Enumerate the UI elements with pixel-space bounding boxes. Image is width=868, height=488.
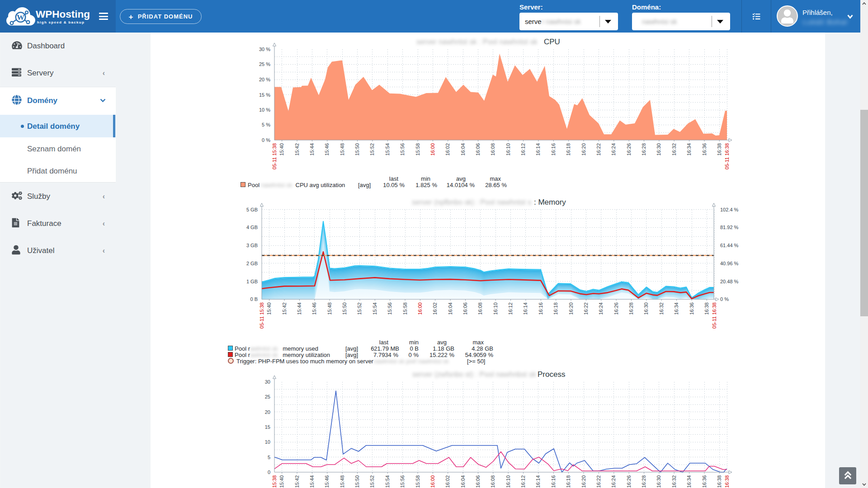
svg-text:16:36: 16:36 (702, 475, 707, 488)
svg-text:30: 30 (265, 379, 270, 385)
svg-text:25: 25 (265, 394, 270, 399)
svg-text:16:30: 16:30 (656, 475, 661, 488)
svg-text:16:04: 16:04 (460, 475, 466, 488)
svg-text:15:50: 15:50 (354, 475, 360, 488)
svg-text:16:20: 16:20 (581, 475, 586, 488)
svg-text:16:38: 16:38 (717, 475, 722, 488)
svg-text:15:42: 15:42 (294, 475, 300, 488)
svg-text:16:02: 16:02 (445, 475, 450, 488)
svg-text:16:24: 16:24 (611, 475, 616, 488)
svg-text:16:28: 16:28 (641, 475, 646, 488)
svg-text:16:32: 16:32 (671, 475, 677, 488)
svg-text:16:26: 16:26 (626, 475, 632, 488)
svg-text:15:46: 15:46 (324, 475, 330, 488)
svg-text:10: 10 (265, 439, 270, 445)
svg-text:0: 0 (268, 469, 270, 475)
svg-text:15:48: 15:48 (340, 475, 345, 488)
svg-text:20: 20 (265, 409, 270, 415)
svg-text:16:16: 16:16 (551, 475, 556, 488)
svg-text:15:58: 15:58 (415, 475, 420, 488)
svg-text:16:34: 16:34 (686, 475, 692, 488)
svg-text:15:56: 15:56 (400, 475, 405, 488)
svg-text:16:06: 16:06 (475, 475, 481, 488)
svg-text:16:18: 16:18 (566, 475, 571, 488)
svg-text:16:14: 16:14 (535, 475, 541, 488)
svg-text:15:44: 15:44 (309, 475, 315, 488)
svg-text:15:52: 15:52 (369, 475, 375, 488)
svg-text:16:08: 16:08 (490, 475, 495, 488)
svg-text:16:12: 16:12 (520, 475, 526, 488)
svg-text:16:00: 16:00 (430, 475, 435, 488)
svg-text:15:40: 15:40 (279, 475, 284, 488)
svg-text:15:54: 15:54 (385, 475, 390, 488)
svg-text:16:22: 16:22 (596, 475, 601, 488)
svg-text:05-11 15:38: 05-11 15:38 (272, 475, 277, 488)
svg-text:5: 5 (268, 455, 270, 460)
svg-text:15: 15 (265, 424, 270, 430)
svg-text:W: W (17, 13, 24, 22)
svg-text:16:10: 16:10 (505, 475, 511, 488)
svg-text:05-11 16:38: 05-11 16:38 (724, 475, 730, 488)
